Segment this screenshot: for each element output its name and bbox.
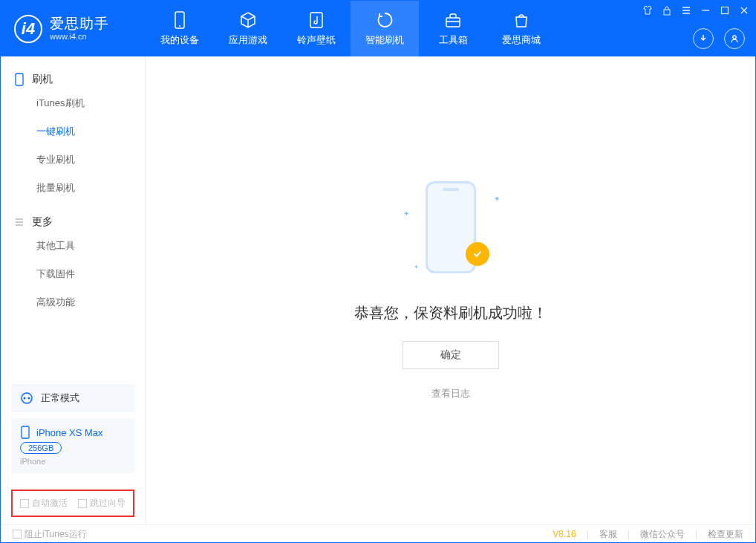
check-circle-icon — [466, 242, 489, 266]
success-illustration: ✦ ✦ ✦ — [399, 181, 503, 285]
sidebar-section-flash: 刷机 — [1, 73, 145, 89]
logo-icon: i4 — [14, 15, 42, 43]
device-type: iPhone — [20, 457, 126, 466]
nav-flash[interactable]: 智能刷机 — [351, 1, 419, 56]
svg-point-9 — [24, 397, 26, 400]
sidebar-item-pro-flash[interactable]: 专业刷机 — [1, 146, 145, 174]
footer-service-link[interactable]: 客服 — [599, 528, 617, 541]
block-itunes-checkbox[interactable]: 阻止iTunes运行 — [13, 528, 87, 541]
svg-point-8 — [22, 393, 32, 403]
nav-label: 应用游戏 — [229, 33, 267, 47]
nav-label: 我的设备 — [160, 33, 199, 47]
svg-rect-7 — [16, 74, 23, 85]
app-header: i4 爱思助手 www.i4.cn 我的设备 应用游戏 铃声壁纸 智能刷机 工具… — [1, 1, 755, 56]
close-icon[interactable] — [737, 4, 751, 17]
svg-rect-3 — [446, 18, 460, 27]
app-subtitle: www.i4.cn — [50, 32, 109, 41]
music-file-icon — [307, 11, 325, 29]
auto-activate-checkbox[interactable]: 自动激活 — [20, 497, 68, 510]
skip-guide-checkbox[interactable]: 跳过向导 — [78, 497, 126, 510]
svg-rect-2 — [310, 13, 322, 27]
nav-label: 爱思商城 — [502, 33, 541, 47]
menu-icon[interactable] — [680, 4, 693, 17]
shirt-icon[interactable] — [641, 4, 654, 17]
mode-icon — [20, 391, 33, 405]
svg-point-10 — [28, 397, 30, 400]
sidebar-item-batch-flash[interactable]: 批量刷机 — [1, 174, 145, 202]
header-right-buttons — [693, 28, 745, 49]
svg-point-1 — [179, 25, 180, 27]
device-phone-icon — [20, 426, 30, 439]
nav-label: 智能刷机 — [365, 33, 404, 47]
sidebar-item-onekey-flash[interactable]: 一键刷机 — [1, 117, 145, 146]
nav-toolbox[interactable]: 工具箱 — [419, 1, 487, 56]
toolbox-icon — [444, 11, 462, 29]
footer: 阻止iTunes运行 V8.16 | 客服 | 微信公众号 | 检查更新 — [1, 524, 755, 543]
minimize-icon[interactable] — [699, 4, 712, 17]
nav-store[interactable]: 爱思商城 — [487, 1, 555, 56]
refresh-shield-icon — [376, 11, 394, 29]
options-row: 自动激活 跳过向导 — [11, 490, 134, 517]
svg-rect-4 — [664, 10, 670, 15]
sidebar-item-download-fw[interactable]: 下载固件 — [1, 260, 145, 288]
maximize-icon[interactable] — [718, 4, 731, 17]
phone-small-icon — [14, 73, 25, 86]
svg-rect-5 — [722, 7, 729, 14]
phone-icon — [171, 11, 189, 29]
mode-box[interactable]: 正常模式 — [11, 384, 134, 412]
view-log-link[interactable]: 查看日志 — [431, 387, 470, 400]
lock-icon[interactable] — [660, 4, 674, 17]
sidebar-item-other-tools[interactable]: 其他工具 — [1, 232, 145, 260]
sidebar: 刷机 iTunes刷机 一键刷机 专业刷机 批量刷机 更多 其他工具 下载固件 … — [1, 56, 146, 524]
app-title: 爱思助手 — [50, 16, 109, 32]
ok-button[interactable]: 确定 — [403, 341, 499, 369]
logo-area: i4 爱思助手 www.i4.cn — [1, 15, 146, 43]
version-label: V8.16 — [553, 529, 576, 539]
nav-ringtones[interactable]: 铃声壁纸 — [282, 1, 351, 56]
window-controls — [641, 4, 751, 17]
user-button[interactable] — [724, 28, 745, 49]
sidebar-item-advanced[interactable]: 高级功能 — [1, 288, 145, 316]
main-nav: 我的设备 应用游戏 铃声壁纸 智能刷机 工具箱 爱思商城 — [146, 1, 555, 56]
nav-label: 工具箱 — [439, 33, 468, 47]
nav-apps[interactable]: 应用游戏 — [214, 1, 282, 56]
sidebar-item-itunes-flash[interactable]: iTunes刷机 — [1, 89, 145, 117]
footer-update-link[interactable]: 检查更新 — [708, 528, 743, 541]
cb-label: 阻止iTunes运行 — [25, 528, 87, 541]
section-title: 刷机 — [32, 73, 53, 86]
svg-point-6 — [733, 36, 736, 39]
download-button[interactable] — [693, 28, 714, 49]
svg-rect-11 — [22, 426, 29, 438]
nav-my-device[interactable]: 我的设备 — [146, 1, 214, 56]
footer-wechat-link[interactable]: 微信公众号 — [640, 528, 685, 541]
device-capacity: 256GB — [20, 442, 62, 454]
cb-label: 自动激活 — [32, 497, 68, 510]
section-title: 更多 — [32, 215, 53, 229]
cube-icon — [239, 11, 257, 29]
mode-label: 正常模式 — [41, 391, 79, 405]
device-box[interactable]: iPhone XS Max 256GB iPhone — [11, 418, 134, 473]
main-content: ✦ ✦ ✦ 恭喜您，保资料刷机成功啦！ 确定 查看日志 — [146, 56, 755, 524]
success-message: 恭喜您，保资料刷机成功啦！ — [354, 303, 547, 323]
nav-label: 铃声壁纸 — [297, 33, 336, 47]
list-icon — [14, 217, 25, 227]
sidebar-section-more: 更多 — [1, 215, 145, 232]
device-name: iPhone XS Max — [36, 427, 103, 438]
cb-label: 跳过向导 — [90, 497, 126, 510]
bag-icon — [512, 11, 530, 29]
